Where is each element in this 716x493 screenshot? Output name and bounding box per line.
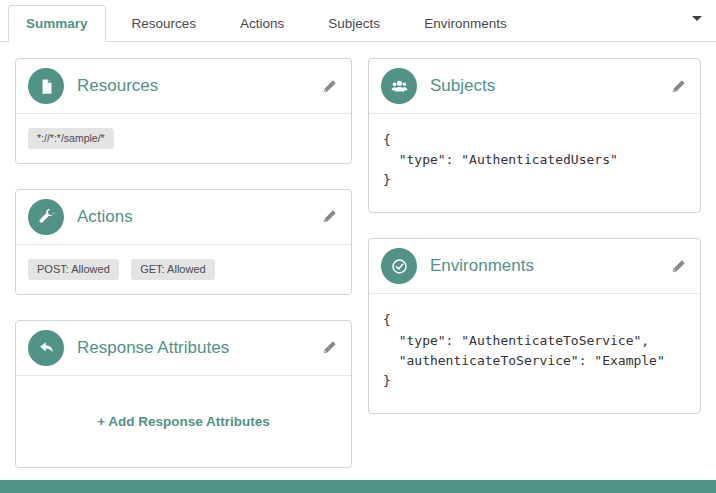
card-subjects-title: Subjects [430,76,495,96]
summary-content: Resources *://*:*/sample/* Actions [0,42,716,468]
edit-subjects-pencil-icon[interactable] [669,77,688,96]
card-environments-body: { "type": "AuthenticateToService", "auth… [369,294,700,413]
edit-environments-pencil-icon[interactable] [669,257,688,276]
tab-bar: Summary Resources Actions Subjects Envir… [0,0,716,42]
card-actions-body: POST: Allowed GET: Allowed [16,245,351,294]
chevron-down-icon[interactable] [692,16,702,21]
card-subjects: Subjects { "type": "AuthenticatedUsers" … [368,58,701,213]
tab-actions[interactable]: Actions [222,5,302,42]
footer-bar [0,480,716,493]
action-pill-post: POST: Allowed [28,259,119,280]
edit-actions-pencil-icon[interactable] [320,207,339,226]
card-actions: Actions POST: Allowed GET: Allowed [15,189,352,295]
card-subjects-body: { "type": "AuthenticatedUsers" } [369,114,700,212]
right-column: Subjects { "type": "AuthenticatedUsers" … [368,58,701,468]
card-subjects-header: Subjects [369,59,700,114]
card-resources: Resources *://*:*/sample/* [15,58,352,164]
check-circle-icon [381,248,417,284]
users-icon [381,68,417,104]
reply-arrow-icon [28,330,64,366]
card-environments-header: Environments [369,239,700,294]
edit-resources-pencil-icon[interactable] [320,77,339,96]
card-response-attributes: Response Attributes + Add Response Attri… [15,320,352,468]
left-column: Resources *://*:*/sample/* Actions [15,58,352,468]
resource-pattern-pill: *://*:*/sample/* [28,128,114,149]
card-response-attributes-header: Response Attributes [16,321,351,376]
file-icon [28,68,64,104]
card-response-attributes-title: Response Attributes [77,338,229,358]
card-response-attributes-body: + Add Response Attributes [16,376,351,467]
tab-resources[interactable]: Resources [114,5,215,42]
wrench-icon [28,199,64,235]
card-actions-header: Actions [16,190,351,245]
card-environments: Environments { "type": "AuthenticateToSe… [368,238,701,414]
environments-json-code: { "type": "AuthenticateToService", "auth… [381,308,688,399]
card-environments-title: Environments [430,256,534,276]
subjects-json-code: { "type": "AuthenticatedUsers" } [381,128,688,198]
tab-subjects[interactable]: Subjects [310,5,398,42]
card-resources-title: Resources [77,76,158,96]
card-actions-title: Actions [77,207,133,227]
action-pill-get: GET: Allowed [131,259,214,280]
tab-summary[interactable]: Summary [8,5,106,42]
add-response-attributes-button[interactable]: + Add Response Attributes [28,390,339,453]
edit-response-attributes-pencil-icon[interactable] [320,338,339,357]
card-resources-header: Resources [16,59,351,114]
card-resources-body: *://*:*/sample/* [16,114,351,163]
tab-environments[interactable]: Environments [406,5,525,42]
